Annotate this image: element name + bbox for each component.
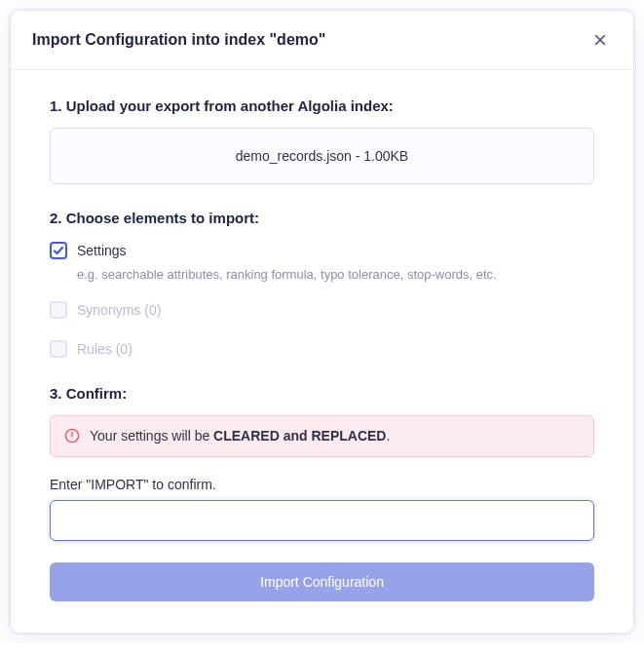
import-button[interactable]: Import Configuration (50, 562, 594, 601)
step-1-heading: 1. Upload your export from another Algol… (50, 97, 594, 114)
synonyms-label: Synonyms (0) (77, 302, 161, 318)
option-synonyms: Synonyms (0) (50, 299, 594, 321)
synonyms-checkbox (50, 301, 67, 319)
warning-suffix: . (386, 428, 390, 444)
rules-label: Rules (0) (77, 341, 133, 357)
uploaded-file-name: demo_records.json - 1.00KB (236, 148, 408, 164)
settings-label: Settings (77, 243, 127, 258)
option-rules: Rules (0) (50, 338, 594, 360)
option-settings: Settings e.g. searchable attributes, ran… (50, 240, 594, 282)
uploaded-file-box[interactable]: demo_records.json - 1.00KB (50, 128, 594, 184)
modal-title: Import Configuration into index "demo" (32, 31, 325, 49)
modal-body: 1. Upload your export from another Algol… (11, 70, 633, 633)
alert-circle-icon (64, 428, 80, 444)
step-2: 2. Choose elements to import: Settings e… (50, 210, 594, 360)
confirm-instruction: Enter "IMPORT" to confirm. (50, 477, 594, 492)
import-config-modal: Import Configuration into index "demo" 1… (10, 10, 634, 634)
settings-checkbox[interactable] (50, 242, 67, 259)
modal-header: Import Configuration into index "demo" (11, 11, 633, 70)
close-button[interactable] (588, 28, 612, 52)
warning-prefix: Your settings will be (90, 428, 213, 444)
import-button-label: Import Configuration (260, 574, 384, 590)
warning-banner: Your settings will be CLEARED and REPLAC… (50, 415, 594, 457)
step-2-heading: 2. Choose elements to import: (50, 210, 594, 226)
step-3: 3. Confirm: Your settings will be CLEARE… (50, 385, 594, 601)
checkmark-icon (53, 245, 64, 256)
warning-text: Your settings will be CLEARED and REPLAC… (90, 428, 390, 444)
close-icon (594, 33, 606, 47)
warning-bold: CLEARED and REPLACED (213, 428, 386, 444)
step-3-heading: 3. Confirm: (50, 385, 594, 402)
svg-point-1 (71, 439, 72, 440)
settings-description: e.g. searchable attributes, ranking form… (77, 267, 594, 282)
rules-checkbox (50, 340, 67, 358)
confirm-input[interactable] (50, 500, 594, 541)
step-1: 1. Upload your export from another Algol… (50, 97, 594, 184)
